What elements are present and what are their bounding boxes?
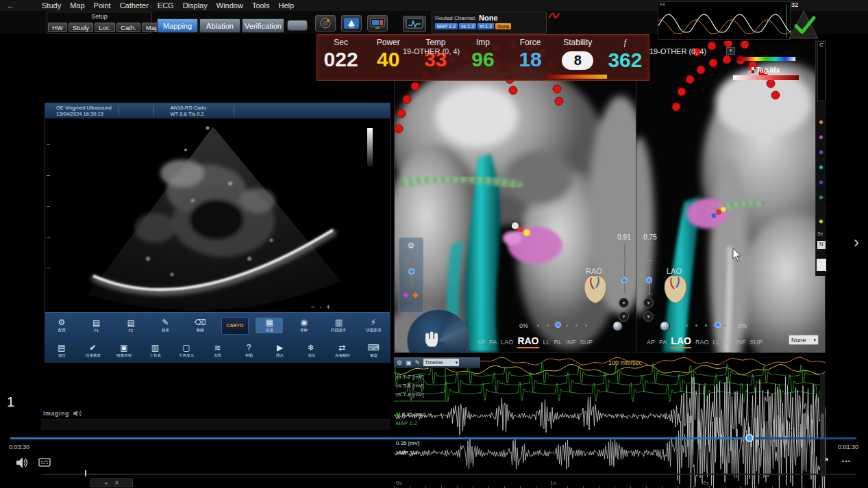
ecg-scrollbar-thumb[interactable] (821, 413, 824, 439)
setup-cath-button[interactable]: Cath. (116, 23, 140, 32)
cn-quick-options-button[interactable]: ⚡快捷选项 (360, 318, 387, 333)
cn-wireless-button[interactable]: ≋无线 (204, 343, 232, 359)
menu-display[interactable]: Display (183, 1, 208, 10)
paint-orange-icon[interactable]: ◆ (412, 290, 418, 299)
tab-ablation[interactable]: Ablation (199, 18, 240, 33)
dial-icon-button[interactable] (315, 15, 336, 31)
tag-color-teal[interactable] (819, 195, 823, 200)
tag-color-yellow[interactable] (819, 219, 823, 224)
cn-report-button[interactable]: ▤报告 (48, 343, 75, 359)
alarm-icon-button[interactable] (341, 15, 362, 31)
side-panel-n-box[interactable]: N (817, 241, 826, 249)
orient-inf-r[interactable]: INF (736, 339, 746, 346)
cn-flip-button[interactable]: ⇄左右翻转 (329, 343, 356, 359)
map-view-left[interactable]: ⚙ ◆ ◆ ▾ 0.91 ▾ ▾ RAO 0% (394, 41, 636, 352)
display-icon-button[interactable] (367, 15, 388, 31)
cn-worksheet-button[interactable]: ▥工作表 (142, 343, 169, 359)
orient-sup[interactable]: SUP (580, 339, 593, 346)
setup-study-button[interactable]: Study (69, 23, 93, 32)
ruler-icon[interactable]: ✎ (415, 359, 421, 366)
cn-scan-assistant-button[interactable]: ▥扫描助手 (325, 318, 352, 333)
cn-print-f1-button[interactable]: ▤F1 (83, 318, 110, 333)
carto-button[interactable]: CARTO (221, 317, 249, 335)
signal-monitor-icon-button[interactable] (403, 16, 426, 32)
transparency-slider[interactable] (537, 322, 592, 329)
subtitle-button[interactable] (38, 458, 51, 467)
channel-chip-none[interactable]: None (495, 23, 511, 29)
menu-ecg[interactable]: ECG (158, 1, 174, 10)
slider-step-button-right-2[interactable]: ▾ (643, 311, 654, 322)
cn-bodymark-button[interactable]: ◉体标 (290, 318, 318, 333)
surface-map-select[interactable]: None ▾ (789, 335, 819, 345)
zoom-out-icon[interactable]: − (311, 303, 315, 311)
side-panel-white-box[interactable] (817, 259, 826, 271)
globe-icon[interactable] (612, 321, 623, 331)
tag-color-magenta[interactable] (819, 135, 823, 140)
zoom-in-icon[interactable]: + (326, 303, 330, 311)
ecg-scrollbar[interactable] (820, 374, 825, 476)
video-progress-knob[interactable] (745, 434, 754, 442)
heart-orientation-thumbnail-right[interactable] (662, 274, 689, 305)
channel-chip-cs12[interactable]: cs 1-2 (459, 23, 476, 29)
paint-pink-icon[interactable]: ◆ (403, 290, 408, 299)
menu-tools[interactable]: Tools (252, 1, 270, 10)
cn-big-screen-button[interactable]: ▢大屏显示 (173, 343, 200, 359)
orient-ap-r[interactable]: AP (647, 339, 655, 346)
heart-orientation-thumbnail[interactable] (582, 274, 609, 305)
menu-point[interactable]: Point (94, 1, 111, 10)
close-icon[interactable]: × (115, 479, 119, 487)
tool-panel-slider-knob[interactable] (408, 268, 414, 274)
orient-inf[interactable]: INF (566, 339, 576, 346)
fill-threshold-slider[interactable] (624, 243, 625, 294)
tag-color-cyan[interactable] (819, 165, 823, 170)
fill-threshold-knob[interactable] (621, 277, 628, 283)
transparency-slider-right[interactable] (676, 322, 731, 329)
tab-mapping[interactable]: Mapping (157, 18, 198, 33)
transparency-knob[interactable] (555, 322, 561, 328)
cn-config-button[interactable]: ⚙配置 (48, 318, 75, 333)
side-panel-header[interactable]: C (817, 41, 826, 101)
menu-help[interactable]: Help (279, 1, 295, 10)
cn-print-f2-button[interactable]: ▤F2 (117, 318, 145, 333)
slider-step-button-2[interactable]: ▾ (619, 311, 629, 322)
menu-study[interactable]: Study (42, 1, 61, 10)
cn-demo-button[interactable]: ▶演示 (266, 343, 294, 359)
cn-image-mgmt-button[interactable]: ▣图像管理 (110, 343, 138, 359)
tag-color-orange[interactable] (819, 120, 823, 125)
panel-expand-chevron[interactable]: › (854, 233, 859, 252)
tag-color-blue[interactable] (819, 180, 823, 185)
video-progress-bar[interactable] (10, 437, 856, 439)
gear-icon[interactable]: ⚙ (397, 359, 402, 366)
cn-help-button[interactable]: ?帮助 (235, 343, 262, 359)
more-options-button[interactable]: … (841, 453, 852, 464)
channel-chip-map12[interactable]: MAP 1-2 (435, 23, 458, 29)
slider-step-button-right-1[interactable]: ▾ (643, 298, 654, 308)
misc-toolbar-button[interactable] (287, 20, 308, 31)
channel-chip-m12[interactable]: m 1-2 (478, 23, 494, 29)
secondary-timeline[interactable] (41, 474, 856, 475)
map-view-right[interactable]: ▾ Tag.Idx 0.75 ▾ ▾ LAO 0% AP PA (636, 41, 826, 352)
orient-lao-active[interactable]: LAO (671, 335, 691, 348)
fill-threshold-knob-right[interactable] (646, 277, 652, 283)
menu-map[interactable]: Map (70, 1, 84, 10)
orient-rao-active[interactable]: RAO (517, 335, 538, 348)
orient-rao-r[interactable]: RAO (695, 339, 709, 346)
orient-rl-r[interactable]: RL (723, 339, 732, 346)
volume-button[interactable] (15, 457, 30, 469)
tab-verification[interactable]: Verification (242, 18, 284, 33)
orient-pa-r[interactable]: PA (659, 339, 667, 346)
fill-threshold-slider-right[interactable] (649, 243, 650, 294)
back-icon[interactable]: ← (7, 1, 14, 10)
orient-lao[interactable]: LAO (501, 339, 513, 346)
cn-delete-button[interactable]: ⌫删除 (186, 318, 214, 333)
orientation-compass[interactable]: ▾ (407, 309, 470, 352)
cn-apps-button[interactable]: ▦应用 (256, 318, 283, 333)
camera-icon[interactable]: ▣ (406, 359, 412, 366)
slider-step-button-1[interactable]: ▾ (619, 298, 629, 308)
cn-keyboard-button[interactable]: ⌨键盘 (360, 343, 387, 359)
map-dropdown-caret[interactable]: ▾ (726, 47, 735, 55)
globe-icon-right[interactable] (660, 321, 670, 331)
orient-ll[interactable]: LL (543, 339, 550, 346)
orient-rl[interactable]: RL (554, 339, 562, 346)
ecg-timeline-dropdown[interactable]: Timeline▾ (423, 359, 459, 366)
